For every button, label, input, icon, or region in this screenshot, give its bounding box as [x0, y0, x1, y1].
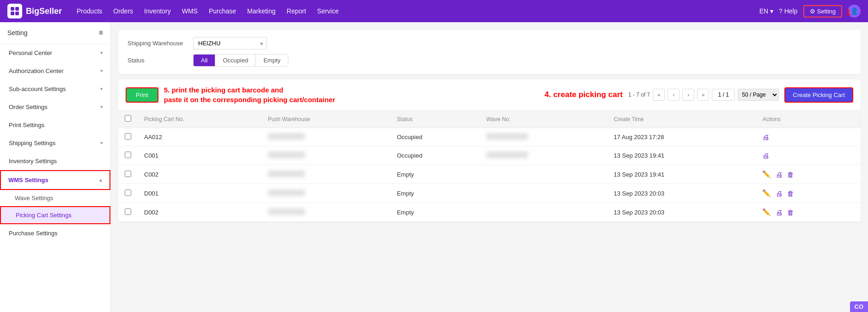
- print-button[interactable]: Print: [126, 87, 158, 103]
- svg-rect-3: [15, 12, 19, 15]
- sidebar-item-personal-center[interactable]: Personal Center ▾: [0, 44, 110, 62]
- lang-selector[interactable]: EN ▾: [759, 6, 773, 17]
- wave-no-cell: [480, 147, 607, 165]
- delete-action-icon[interactable]: 🗑: [787, 190, 794, 197]
- sidebar-item-order-settings[interactable]: Order Settings ▾: [0, 98, 110, 116]
- nav-inventory[interactable]: Inventory: [144, 6, 171, 17]
- top-navigation: BigSeller Products Orders Inventory WMS …: [0, 0, 868, 22]
- chevron-up-icon: ▴: [99, 177, 102, 183]
- help-button[interactable]: ? Help: [779, 6, 797, 17]
- col-status: Status: [390, 110, 480, 128]
- cart-no-cell: D001: [138, 184, 261, 203]
- warehouse-label: Shipping Warehouse: [127, 40, 188, 47]
- toolbar-right: 4. create picking cart 1 - 7 of 7 « ‹ › …: [545, 87, 853, 103]
- warehouse-select[interactable]: HEIZHU: [193, 37, 267, 49]
- push-warehouse-cell: [261, 128, 390, 147]
- nav-service[interactable]: Service: [317, 6, 339, 17]
- next-page-button[interactable]: ›: [682, 89, 694, 101]
- sidebar-item-purchase-settings[interactable]: Purchase Settings: [0, 224, 110, 242]
- per-page-select[interactable]: 50 / Page 100 / Page: [738, 89, 779, 101]
- create-time-cell: 17 Aug 2023 17:28: [607, 128, 756, 147]
- select-all-checkbox[interactable]: [125, 115, 131, 122]
- actions-cell: 🖨: [756, 147, 861, 165]
- edit-action-icon[interactable]: ✏️: [762, 170, 771, 178]
- last-page-button[interactable]: »: [697, 89, 709, 101]
- status-tabs: All Occupied Empty: [193, 54, 288, 67]
- sidebar-item-label: Order Settings: [9, 104, 48, 110]
- sidebar-item-label: Personal Center: [9, 49, 52, 56]
- sub-item-label: Picking Cart Settings: [16, 212, 72, 219]
- user-initials: CO: [850, 301, 868, 312]
- row-checkbox[interactable]: [125, 171, 131, 177]
- sidebar-item-inventory-settings[interactable]: Inventory Settings: [0, 152, 110, 170]
- sidebar-item-shipping-settings[interactable]: Shipping Settings ▾: [0, 134, 110, 152]
- table-row: C002 Empty 13 Sep 2023 19:41 ✏️ 🖨 🗑: [118, 165, 861, 184]
- actions-cell: ✏️ 🖨 🗑: [756, 184, 861, 203]
- wave-no-cell: [480, 165, 607, 184]
- sidebar-item-label: WMS Settings: [8, 177, 49, 184]
- row-checkbox[interactable]: [125, 190, 131, 196]
- print-action-icon[interactable]: 🖨: [776, 171, 783, 178]
- sidebar-item-label: Authorization Center: [9, 67, 64, 74]
- sidebar-item-label: Purchase Settings: [9, 230, 58, 237]
- sidebar-menu-icon[interactable]: ≡: [99, 29, 103, 37]
- status-tab-occupied[interactable]: Occupied: [215, 55, 256, 66]
- col-picking-cart-no: Picking Cart No.: [138, 110, 261, 128]
- sidebar-item-sub-account-settings[interactable]: Sub-account Settings ▾: [0, 80, 110, 98]
- first-page-button[interactable]: «: [653, 89, 665, 101]
- sidebar-title: Setting: [7, 29, 28, 37]
- status-cell: Occupied: [390, 147, 480, 165]
- actions-cell: ✏️ 🖨 🗑: [756, 203, 861, 222]
- setting-button[interactable]: ⚙ Setting 1: [803, 5, 842, 18]
- sidebar-sub-wave-settings[interactable]: Wave Settings: [0, 190, 110, 206]
- print-action-icon[interactable]: 🖨: [776, 190, 783, 197]
- nav-purchase[interactable]: Purchase: [209, 6, 236, 17]
- table-area: Print 5. print the picking cart barcode …: [118, 80, 861, 222]
- wave-no-cell: [480, 184, 607, 203]
- chevron-down-icon: ▾: [100, 86, 103, 92]
- main-content: Shipping Warehouse HEIZHU Status All Occ…: [111, 22, 868, 312]
- delete-action-icon[interactable]: 🗑: [787, 208, 794, 216]
- logo[interactable]: BigSeller: [7, 4, 62, 18]
- sidebar-item-wms-settings[interactable]: WMS Settings ▴: [0, 170, 110, 190]
- print-action-icon[interactable]: 🖨: [762, 152, 769, 159]
- row-checkbox[interactable]: [125, 133, 131, 140]
- page-input[interactable]: [712, 89, 735, 101]
- edit-action-icon[interactable]: ✏️: [762, 189, 771, 197]
- col-create-time: Create Time: [607, 110, 756, 128]
- nav-marketing[interactable]: Marketing: [247, 6, 275, 17]
- col-push-warehouse: Push Warehouse: [261, 110, 390, 128]
- edit-action-icon[interactable]: ✏️: [762, 208, 771, 216]
- row-checkbox[interactable]: [125, 208, 131, 215]
- sidebar-item-print-settings[interactable]: Print Settings: [0, 116, 110, 134]
- create-picking-cart-button[interactable]: Create Picking Cart: [784, 87, 853, 103]
- sidebar-sub-picking-cart-settings[interactable]: Picking Cart Settings: [0, 206, 110, 224]
- logo-icon: [7, 4, 22, 18]
- status-tab-empty[interactable]: Empty: [256, 55, 288, 66]
- print-action-icon[interactable]: 🖨: [762, 133, 769, 141]
- print-action-icon[interactable]: 🖨: [776, 208, 783, 216]
- nav-orders[interactable]: Orders: [113, 6, 133, 17]
- nav-products[interactable]: Products: [77, 6, 102, 17]
- push-warehouse-cell: [261, 147, 390, 165]
- status-cell: Empty: [390, 203, 480, 222]
- wave-no-cell: [480, 203, 607, 222]
- picking-cart-table: Picking Cart No. Push Warehouse Status W…: [118, 110, 861, 222]
- table-row: C001 Occupied 13 Sep 2023 19:41 🖨: [118, 147, 861, 165]
- nav-wms[interactable]: WMS: [182, 6, 198, 17]
- sidebar-item-authorization-center[interactable]: Authorization Center ▾: [0, 62, 110, 80]
- push-warehouse-cell: [261, 165, 390, 184]
- nav-report[interactable]: Report: [287, 6, 306, 17]
- table-toolbar: Print 5. print the picking cart barcode …: [118, 80, 861, 110]
- app-layout: Setting ≡ Personal Center ▾ Authorizatio…: [0, 22, 868, 312]
- status-filter-row: Status All Occupied Empty: [127, 54, 851, 67]
- status-tab-all[interactable]: All: [194, 55, 215, 66]
- chevron-down-icon: ▾: [100, 104, 103, 110]
- row-checkbox[interactable]: [125, 152, 131, 158]
- delete-action-icon[interactable]: 🗑: [787, 171, 794, 178]
- prev-page-button[interactable]: ‹: [668, 89, 680, 101]
- col-wave-no: Wave No.: [480, 110, 607, 128]
- status-cell: Empty: [390, 165, 480, 184]
- svg-rect-0: [11, 7, 14, 11]
- push-warehouse-cell: [261, 184, 390, 203]
